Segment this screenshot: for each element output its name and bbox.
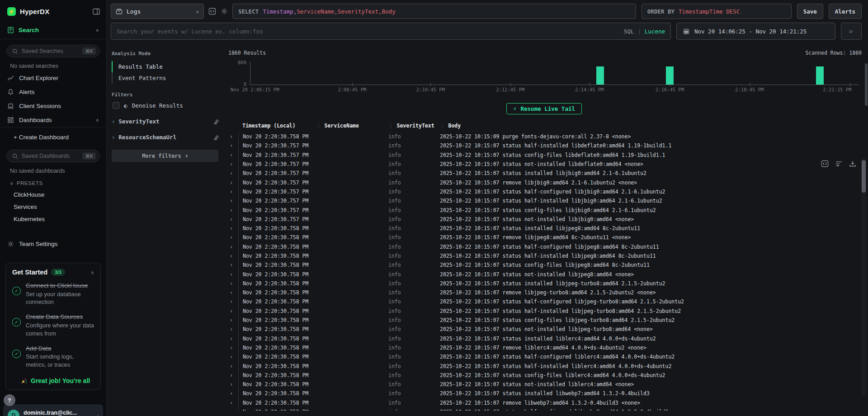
row-expand-chevron[interactable]: › [226, 281, 238, 286]
row-expand-chevron[interactable]: › [226, 226, 238, 231]
row-expand-chevron[interactable]: › [226, 272, 238, 277]
row-expand-chevron[interactable]: › [226, 382, 238, 387]
row-expand-chevron[interactable]: › [226, 308, 238, 314]
search-input[interactable] [117, 28, 619, 35]
row-expand-chevron[interactable]: › [226, 290, 238, 295]
table-row[interactable]: ›Nov 20 2:20:30.758 PMinfo2025-10-22 10:… [226, 233, 862, 242]
table-row[interactable]: ›Nov 20 2:20:30.758 PMinfo2025-10-22 10:… [226, 380, 862, 389]
results-histogram[interactable]: 800 0 Nov 20 2:06:15 PM2:08:45 PM2:10:45… [226, 57, 862, 94]
table-row[interactable]: ›Nov 20 2:20:30.758 PMinfo2025-10-22 10:… [226, 343, 862, 352]
table-row[interactable]: ›Nov 20 2:20:30.758 PMinfo2025-10-22 10:… [226, 407, 862, 411]
table-row[interactable]: ›Nov 20 2:20:30.758 PMinfo2025-10-22 10:… [226, 334, 862, 343]
row-expand-chevron[interactable]: › [226, 373, 238, 378]
source-select[interactable]: Logs ⇅ [111, 4, 204, 19]
get-started-item-sources[interactable]: ✓ Create Data Sources Configure where yo… [12, 312, 94, 337]
row-expand-chevron[interactable]: › [226, 299, 238, 304]
table-row[interactable]: ›Nov 20 2:20:30.758 PMinfo2025-10-22 10:… [226, 132, 862, 141]
row-expand-chevron[interactable]: › [226, 235, 238, 240]
row-expand-chevron[interactable]: › [226, 208, 238, 213]
chevron-up-icon[interactable]: ∧ [96, 118, 99, 123]
settings-gear-icon[interactable] [221, 8, 228, 15]
run-query-button[interactable]: ▷ [841, 23, 862, 40]
row-expand-chevron[interactable]: › [226, 354, 238, 359]
preset-kubernetes[interactable]: Kubernetes [0, 213, 106, 225]
table-scrollbar-track[interactable] [861, 158, 866, 396]
saved-dashboards-input[interactable]: Saved Dashboards ⌘K [6, 150, 100, 162]
table-row[interactable]: ›Nov 20 2:20:30.758 PMinfo2025-10-22 10:… [226, 279, 862, 288]
mode-results-table[interactable]: Results Table [112, 61, 219, 72]
denoise-results-toggle[interactable]: ◐ Denoise Results [113, 102, 219, 109]
table-row[interactable]: ›Nov 20 2:20:30.758 PMinfo2025-10-22 10:… [226, 398, 862, 407]
presets-toggle[interactable]: ∨ PRESETS [0, 176, 106, 189]
table-row[interactable]: ›Nov 20 2:20:30.758 PMinfo2025-10-22 10:… [226, 307, 862, 316]
table-scrollbar-thumb[interactable] [862, 160, 866, 193]
sidebar-item-alerts[interactable]: Alerts [0, 85, 106, 99]
row-expand-chevron[interactable]: › [226, 189, 238, 194]
row-expand-chevron[interactable]: › [226, 152, 238, 158]
table-row[interactable]: ›Nov 20 2:20:30.758 PMinfo2025-10-22 10:… [226, 389, 862, 398]
table-row[interactable]: ›Nov 20 2:20:30.757 PMinfo2025-10-22 10:… [226, 205, 862, 214]
row-expand-chevron[interactable]: › [226, 143, 238, 148]
table-row[interactable]: ›Nov 20 2:20:30.758 PMinfo2025-10-22 10:… [226, 352, 862, 361]
table-row[interactable]: ›Nov 20 2:20:30.758 PMinfo2025-10-22 10:… [226, 269, 862, 279]
chevron-up-icon[interactable]: ∧ [96, 28, 99, 33]
sql-toggle[interactable]: SQL [624, 28, 634, 35]
sidebar-item-client-sessions[interactable]: Client Sessions [0, 99, 106, 113]
mode-event-patterns[interactable]: Event Patterns [112, 72, 219, 84]
saved-searches-input[interactable]: Saved Searches ⌘K [6, 45, 100, 57]
get-started-item-connect[interactable]: ✓ Connect to ClickHouse Set up your data… [12, 281, 94, 306]
help-button[interactable]: ? [4, 394, 15, 406]
table-row[interactable]: ›Nov 20 2:20:30.758 PMinfo2025-10-22 10:… [226, 297, 862, 306]
get-started-item-add-data[interactable]: ✓ Add Data Start sending logs, metrics, … [12, 344, 94, 369]
page-scrollbar-thumb[interactable] [865, 63, 868, 106]
row-expand-chevron[interactable]: › [226, 345, 238, 350]
save-button[interactable]: Save [797, 4, 823, 19]
table-row[interactable]: ›Nov 20 2:20:30.757 PMinfo2025-10-22 10:… [226, 215, 862, 224]
sidebar-item-dashboards[interactable]: Dashboards ∧ [0, 113, 106, 127]
row-expand-chevron[interactable]: › [226, 217, 238, 222]
table-row[interactable]: ›Nov 20 2:20:30.758 PMinfo2025-10-22 10:… [226, 260, 862, 269]
chevron-up-icon[interactable]: ∧ [91, 270, 94, 275]
sidebar-item-chart-explorer[interactable]: Chart Explorer [0, 71, 106, 85]
date-range-picker[interactable]: Nov 20 14:06:25 - Nov 20 14:21:25 [676, 23, 835, 40]
source-code-icon[interactable] [821, 160, 829, 167]
denoise-checkbox[interactable] [113, 102, 119, 109]
table-row[interactable]: ›Nov 20 2:20:30.757 PMinfo2025-10-22 10:… [226, 169, 862, 178]
lucene-toggle[interactable]: Lucene [645, 28, 665, 35]
row-expand-chevron[interactable]: › [226, 317, 238, 323]
row-expand-chevron[interactable]: › [226, 326, 238, 332]
code-editor-toggle-icon[interactable] [208, 8, 216, 15]
row-expand-chevron[interactable]: › [226, 244, 238, 250]
preset-services[interactable]: Services [0, 201, 106, 213]
row-expand-chevron[interactable]: › [226, 253, 238, 259]
create-dashboard-button[interactable]: + Create Dashboard [0, 128, 106, 144]
pin-icon[interactable] [213, 118, 219, 125]
table-row[interactable]: ›Nov 20 2:20:30.758 PMinfo2025-10-22 10:… [226, 224, 862, 233]
table-row[interactable]: ›Nov 20 2:20:30.758 PMinfo2025-10-22 10:… [226, 316, 862, 325]
table-row[interactable]: ›Nov 20 2:20:30.758 PMinfo2025-10-22 10:… [226, 325, 862, 334]
table-row[interactable]: ›Nov 20 2:20:30.757 PMinfo2025-10-22 10:… [226, 151, 862, 160]
filter-group-resourceschemaurl[interactable]: › ResourceSchemaUrl [112, 134, 219, 141]
row-expand-chevron[interactable]: › [226, 170, 238, 176]
preset-clickhouse[interactable]: ClickHouse [0, 189, 106, 201]
user-menu[interactable]: D dominic.tran@clic... dominic.tran@clic… [3, 404, 103, 416]
column-resize-handle[interactable]: ⋮ [388, 123, 394, 129]
row-expand-chevron[interactable]: › [226, 180, 238, 185]
row-expand-chevron[interactable]: › [226, 262, 238, 268]
row-expand-chevron[interactable]: › [226, 364, 238, 369]
resume-live-tail-button[interactable]: ⚡ Resume Live Tail [506, 103, 582, 114]
row-expand-chevron[interactable]: › [226, 391, 238, 396]
row-expand-chevron[interactable]: › [226, 409, 238, 411]
table-row[interactable]: ›Nov 20 2:20:30.758 PMinfo2025-10-22 10:… [226, 371, 862, 380]
row-expand-chevron[interactable]: › [226, 336, 238, 341]
table-row[interactable]: ›Nov 20 2:20:30.757 PMinfo2025-10-22 10:… [226, 187, 862, 196]
select-columns-input[interactable]: SELECT Timestamp,ServiceName,SeverityTex… [232, 4, 636, 19]
table-row[interactable]: ›Nov 20 2:20:30.758 PMinfo2025-10-22 10:… [226, 361, 862, 370]
wrap-lines-icon[interactable] [835, 160, 843, 167]
event-search-bar[interactable]: SQL | Lucene [111, 23, 671, 40]
table-row[interactable]: ›Nov 20 2:20:30.758 PMinfo2025-10-22 10:… [226, 242, 862, 251]
row-expand-chevron[interactable]: › [226, 161, 238, 167]
more-filters-button[interactable]: More filters ∨ [112, 150, 218, 162]
column-resize-handle[interactable]: ⋮ [316, 123, 321, 129]
row-expand-chevron[interactable]: › [226, 400, 238, 406]
